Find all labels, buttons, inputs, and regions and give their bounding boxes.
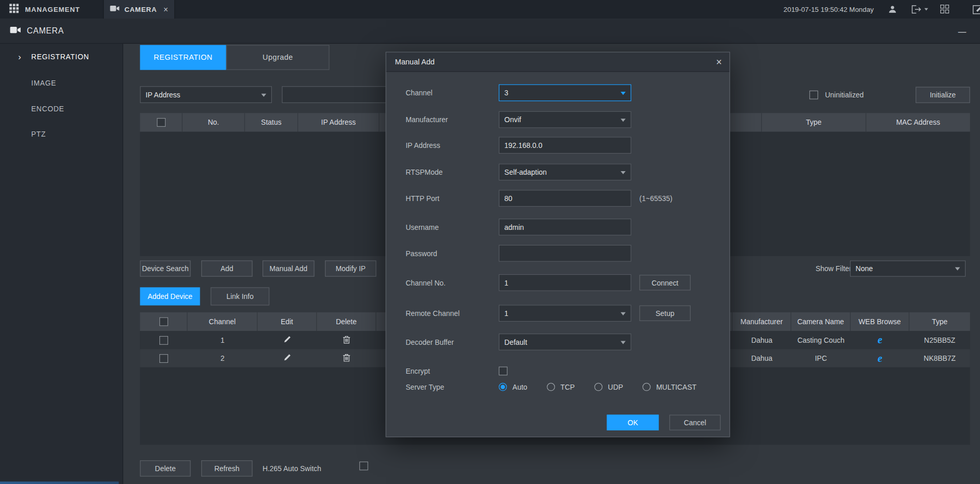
web-browse-cell: e: [851, 331, 909, 349]
device-search-button[interactable]: Device Search: [140, 260, 190, 277]
tab-added-device[interactable]: Added Device: [140, 287, 200, 305]
ie-browser-icon[interactable]: e: [878, 353, 883, 364]
apps-grid-icon[interactable]: [940, 4, 949, 13]
minimize-icon[interactable]: —: [958, 19, 967, 43]
sidebar-item-encode[interactable]: ENCODE: [0, 95, 123, 121]
add-button[interactable]: Add: [201, 260, 252, 277]
manual-add-button[interactable]: Manual Add: [263, 260, 315, 277]
active-arrow-icon: ›: [18, 51, 21, 61]
encrypt-checkbox[interactable]: [499, 366, 508, 375]
password-label: Password: [405, 245, 437, 262]
camera-window-tab[interactable]: CAMERA ×: [103, 0, 175, 19]
cell-camera-name: Casting Couch: [791, 331, 851, 349]
show-filter-dropdown[interactable]: None: [850, 260, 966, 277]
channel-value: 3: [504, 89, 509, 97]
manufacturer-dropdown[interactable]: Onvif: [499, 111, 631, 128]
show-filter-value: None: [856, 265, 873, 273]
web-browse-cell: e: [851, 349, 909, 367]
setup-button[interactable]: Setup: [640, 306, 691, 321]
http-port-field[interactable]: [499, 190, 631, 207]
row-checkbox[interactable]: [159, 354, 168, 362]
page-title-bar: CAMERA — ×: [0, 19, 980, 43]
cell-channel: 2: [188, 349, 258, 367]
row-checkbox[interactable]: [159, 336, 168, 344]
radio-tcp[interactable]: [547, 383, 555, 391]
ie-browser-icon[interactable]: e: [878, 335, 883, 345]
pencil-icon[interactable]: [283, 354, 291, 363]
decoder-buffer-dropdown[interactable]: Default: [499, 333, 631, 351]
select-all-header-cell: [140, 113, 182, 131]
pencil-icon[interactable]: [283, 336, 291, 345]
sidebar-item-ptz[interactable]: PTZ: [0, 121, 123, 147]
radio-tcp-label: TCP: [561, 383, 575, 391]
col-mac-address: MAC Address: [866, 113, 970, 131]
refresh-button[interactable]: Refresh: [201, 460, 252, 477]
password-field[interactable]: [499, 245, 631, 262]
col-delete: Delete: [317, 312, 376, 331]
logout-caret-icon[interactable]: [924, 8, 928, 11]
initialize-button[interactable]: Initialize: [916, 87, 970, 103]
trash-icon[interactable]: [342, 335, 351, 345]
tab-close-icon[interactable]: ×: [164, 5, 168, 13]
col-web-browse: WEB Browse: [851, 312, 909, 331]
tab-registration[interactable]: REGISTRATION: [140, 45, 226, 70]
select-all-checkbox[interactable]: [157, 118, 166, 127]
channel-no-label: Channel No.: [405, 274, 445, 291]
modify-ip-button[interactable]: Modify IP: [325, 260, 376, 277]
user-account-icon[interactable]: [888, 4, 897, 14]
remote-channel-label: Remote Channel: [405, 305, 460, 322]
camera-tab-label: CAMERA: [124, 6, 158, 13]
radio-auto[interactable]: [499, 383, 507, 391]
tab-upgrade[interactable]: Upgrade: [226, 45, 330, 70]
select-all-header-cell: [140, 312, 187, 331]
cancel-button[interactable]: Cancel: [669, 415, 721, 430]
manufacturer-label: Manufacturer: [405, 111, 448, 128]
radio-udp-label: UDP: [608, 383, 623, 391]
notes-icon[interactable]: [972, 4, 980, 15]
application-window: MANAGEMENT CAMERA × 2019-07-15 19:50:42 …: [0, 0, 980, 484]
trash-icon[interactable]: [342, 353, 351, 363]
radio-multicast[interactable]: [643, 383, 651, 391]
sidebar-item-registration[interactable]: › REGISTRATION: [0, 44, 123, 70]
rtsp-mode-dropdown[interactable]: Self-adaption: [499, 163, 631, 180]
channel-dropdown[interactable]: 3: [499, 85, 631, 102]
remote-channel-dropdown[interactable]: 1: [499, 305, 631, 322]
delete-button[interactable]: Delete: [140, 460, 190, 477]
connect-button[interactable]: Connect: [640, 275, 691, 290]
radio-udp[interactable]: [594, 383, 602, 391]
h265-auto-switch-label: H.265 Auto Switch: [263, 465, 321, 473]
col-channel: Channel: [188, 312, 258, 331]
cell-camera-name: IPC: [791, 349, 851, 367]
management-menu[interactable]: MANAGEMENT: [0, 0, 80, 19]
http-port-range-hint: (1~65535): [640, 190, 673, 207]
radio-auto-label: Auto: [513, 383, 528, 391]
h265-auto-switch-checkbox[interactable]: [360, 461, 368, 470]
management-label: MANAGEMENT: [25, 6, 80, 13]
col-camera-name: Camera Name: [791, 312, 851, 331]
dialog-header[interactable]: Manual Add ×: [386, 53, 729, 72]
col-type: Type: [909, 312, 970, 331]
logout-icon[interactable]: [911, 5, 921, 14]
channel-label: Channel: [405, 85, 432, 102]
channel-no-field[interactable]: [499, 274, 631, 291]
dialog-close-icon[interactable]: ×: [716, 53, 722, 72]
sidebar-item-image[interactable]: IMAGE: [0, 70, 123, 96]
col-edit: Edit: [257, 312, 317, 331]
system-datetime: 2019-07-15 19:50:42 Monday: [783, 0, 874, 19]
decoder-buffer-label: Decoder Buffer: [405, 333, 453, 351]
chevron-down-icon: [620, 92, 626, 95]
http-port-label: HTTP Port: [405, 190, 439, 207]
delete-cell: [317, 331, 376, 349]
sidebar: › REGISTRATION IMAGE ENCODE PTZ: [0, 44, 123, 484]
search-type-dropdown[interactable]: IP Address: [140, 86, 272, 103]
grid-menu-icon: [9, 4, 19, 15]
select-all-checkbox[interactable]: [159, 318, 168, 326]
tab-link-info[interactable]: Link Info: [210, 287, 269, 305]
dialog-title: Manual Add: [395, 57, 435, 66]
ok-button[interactable]: OK: [607, 415, 659, 430]
cell-manufacturer: Dahua: [732, 349, 791, 367]
uninitialized-checkbox[interactable]: [809, 91, 818, 99]
username-field[interactable]: [499, 219, 631, 236]
ip-address-field[interactable]: [499, 137, 631, 154]
edit-cell: [257, 349, 317, 367]
